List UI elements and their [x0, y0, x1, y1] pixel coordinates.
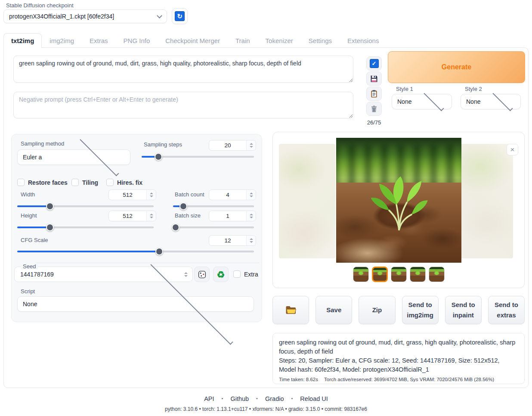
number-stepper[interactable] [181, 267, 191, 282]
style2-value: None [466, 98, 490, 105]
output-gallery: × [272, 132, 525, 288]
cfg-scale-slider[interactable] [17, 248, 254, 255]
clear-prompt-button[interactable] [366, 102, 382, 116]
blurred-backdrop-left [279, 144, 335, 258]
tab-tokenizer[interactable]: Tokenizer [258, 33, 301, 48]
clipboard-icon [370, 90, 378, 98]
output-actions: Save Zip Send to img2img Send to inpaint… [272, 296, 525, 324]
script-value: None [23, 301, 135, 307]
tab-extensions[interactable]: Extensions [340, 33, 387, 48]
gallery-stage: × [278, 137, 519, 264]
main-tabs: txt2img img2img Extras PNG Info Checkpoi… [3, 33, 387, 48]
tab-txt2img[interactable]: txt2img [3, 33, 42, 48]
txt2img-panel: green sapling rowing out of ground, mud,… [3, 47, 529, 388]
thumbnail-strip [273, 267, 524, 282]
batch-size-slider[interactable] [173, 224, 254, 231]
vram-usage: Torch active/reserved: 3699/4702 MiB, Sy… [324, 377, 494, 382]
gallery-thumbnail[interactable] [410, 267, 426, 282]
hires-fix-label: Hires. fix [117, 179, 142, 186]
restore-faces-checkbox[interactable]: Restore faces [17, 179, 68, 186]
prompt-input[interactable]: green sapling rowing out of ground, mud,… [13, 56, 353, 83]
width-slider[interactable] [17, 202, 154, 210]
tiling-label: Tiling [82, 179, 98, 186]
prompt-tools: ✓ 26/75 [366, 56, 382, 126]
checkpoint-label: Stable Diffusion checkpoint [3, 2, 76, 9]
bullet-separator: • [222, 396, 223, 401]
height-slider[interactable] [17, 224, 154, 231]
width-label: Width [21, 191, 35, 198]
sampling-steps-slider[interactable] [142, 153, 254, 161]
batch-size-input[interactable]: 1 [209, 211, 256, 221]
batch-count-input[interactable]: 4 [209, 189, 256, 200]
dice-icon [198, 270, 207, 279]
number-stepper[interactable] [146, 190, 156, 200]
gradio-link[interactable]: Gradio [265, 395, 284, 402]
paste-params-button[interactable]: ✓ [366, 56, 382, 71]
send-to-inpaint-button[interactable]: Send to inpaint [445, 296, 482, 324]
style1-select[interactable]: None [392, 94, 452, 109]
gallery-thumbnail[interactable] [372, 267, 388, 282]
apply-style-button[interactable] [366, 87, 382, 101]
reuse-seed-button[interactable]: ♻ [213, 267, 229, 282]
tab-settings[interactable]: Settings [301, 33, 340, 48]
close-gallery-button[interactable]: × [507, 144, 518, 155]
generation-info: green sapling rowing out of ground, mud,… [272, 333, 525, 384]
sampling-steps-value: 20 [209, 142, 246, 149]
sampling-steps-label: Sampling steps [144, 141, 182, 148]
number-stepper[interactable] [146, 211, 156, 221]
bullet-separator: • [291, 396, 293, 401]
github-link[interactable]: Github [230, 395, 249, 402]
tab-train[interactable]: Train [228, 33, 258, 48]
send-to-extras-button[interactable]: Send to extras [488, 296, 525, 324]
hires-fix-checkbox[interactable]: Hires. fix [106, 179, 142, 186]
token-counter: 26/75 [367, 119, 381, 126]
cfg-scale-input[interactable]: 12 [209, 235, 256, 246]
seed-value: 1441787169 [20, 271, 181, 278]
script-select[interactable]: None [17, 296, 254, 312]
refresh-checkpoints-button[interactable]: ↻ [172, 8, 188, 24]
sampling-method-select[interactable]: Euler a [17, 149, 130, 165]
tab-extras[interactable]: Extras [82, 33, 116, 48]
number-stepper[interactable] [246, 236, 256, 245]
number-stepper[interactable] [246, 140, 256, 150]
style1-label: Style 1 [396, 86, 413, 92]
height-value: 512 [109, 213, 146, 219]
height-label: Height [21, 212, 37, 219]
height-input[interactable]: 512 [108, 211, 156, 221]
tab-img2img[interactable]: img2img [42, 33, 82, 48]
open-folder-button[interactable] [272, 296, 309, 324]
generate-button[interactable]: Generate [388, 51, 525, 83]
random-seed-button[interactable] [194, 267, 210, 282]
sampling-method-value: Euler a [23, 154, 74, 161]
save-style-button[interactable] [366, 71, 382, 86]
sampling-steps-input[interactable]: 20 [209, 140, 256, 151]
gallery-thumbnail[interactable] [391, 267, 407, 282]
style2-select[interactable]: None [461, 94, 521, 109]
checkbox-icon [106, 179, 114, 186]
tab-checkpoint-merger[interactable]: Checkpoint Merger [158, 33, 228, 48]
number-stepper[interactable] [246, 190, 256, 200]
restore-faces-label: Restore faces [28, 179, 68, 186]
tab-png-info[interactable]: PNG Info [116, 33, 158, 48]
style2-label: Style 2 [465, 86, 482, 92]
save-button[interactable]: Save [315, 296, 352, 324]
checkpoint-select[interactable]: protogenX34OfficialR_1.ckpt [60fe2f34] [3, 9, 167, 23]
cfg-scale-value: 12 [209, 237, 246, 244]
negative-prompt-input[interactable] [13, 92, 353, 118]
zip-button[interactable]: Zip [359, 296, 395, 324]
tiling-checkbox[interactable]: Tiling [71, 179, 98, 186]
stable-diffusion-webui: Stable Diffusion checkpoint protogenX34O… [0, 0, 532, 416]
gallery-thumbnail[interactable] [429, 267, 445, 282]
gallery-thumbnail[interactable] [353, 267, 369, 282]
generated-image[interactable] [336, 138, 461, 263]
width-input[interactable]: 512 [108, 189, 156, 200]
bullet-separator: • [256, 396, 258, 401]
number-stepper[interactable] [246, 211, 256, 221]
batch-count-slider[interactable] [173, 202, 254, 210]
api-link[interactable]: API [204, 395, 214, 402]
batch-size-value: 1 [209, 213, 246, 219]
trash-icon [370, 105, 378, 113]
send-to-img2img-button[interactable]: Send to img2img [402, 296, 439, 324]
seed-extra-checkbox[interactable]: Extra [233, 270, 258, 278]
reload-ui-link[interactable]: Reload UI [300, 395, 328, 402]
